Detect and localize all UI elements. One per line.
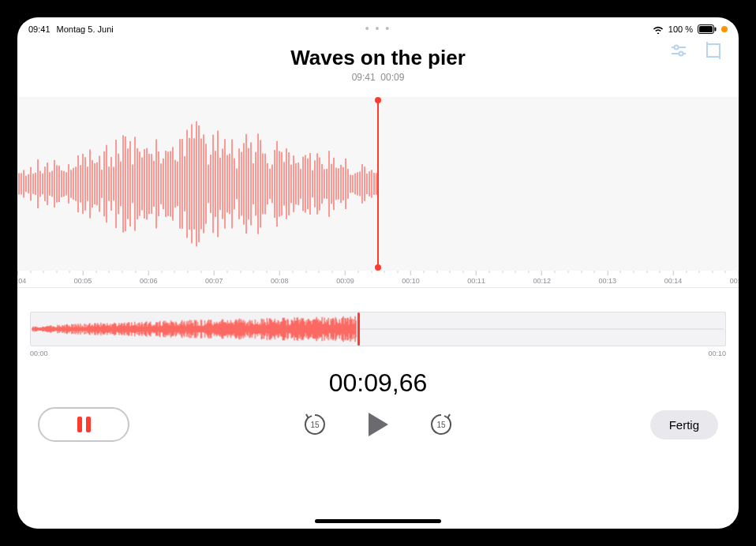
overview-end-label: 00:10 xyxy=(708,350,726,357)
time-counter: 00:09,66 xyxy=(17,368,739,398)
overview-waveform[interactable] xyxy=(30,312,726,346)
timeline-tick: 00:05 xyxy=(74,271,92,287)
timeline-tick: 00:15 xyxy=(730,271,739,287)
pause-icon xyxy=(77,417,91,432)
timeline-tick: 00:06 xyxy=(140,271,158,287)
timeline-ruler[interactable]: 00:0400:0500:0600:0700:0800:0900:1000:11… xyxy=(17,271,739,288)
svg-marker-11 xyxy=(369,413,388,436)
overview-cursor-icon[interactable] xyxy=(357,312,360,346)
svg-rect-2 xyxy=(715,28,717,32)
trim-icon[interactable] xyxy=(704,41,723,60)
pause-button[interactable] xyxy=(38,407,129,442)
status-time: 09:41 xyxy=(28,24,51,34)
timeline-tick: 00:10 xyxy=(402,271,420,287)
svg-text:15: 15 xyxy=(436,421,446,429)
svg-point-6 xyxy=(679,52,683,56)
playhead-icon[interactable] xyxy=(377,100,379,267)
timeline-tick: 00:12 xyxy=(533,271,551,287)
playback-settings-icon[interactable] xyxy=(669,41,688,60)
timeline-tick: 00:11 xyxy=(467,271,485,287)
svg-text:15: 15 xyxy=(310,421,320,429)
svg-rect-1 xyxy=(699,26,713,32)
skip-back-15-button[interactable]: 15 xyxy=(299,409,331,440)
timeline-tick: 00:13 xyxy=(599,271,617,287)
microphone-active-indicator-icon xyxy=(721,26,728,32)
overview-start-label: 00:00 xyxy=(30,350,48,357)
timeline-tick: 00:09 xyxy=(336,271,354,287)
battery-icon xyxy=(698,24,717,34)
timeline-tick: 00:08 xyxy=(271,271,289,287)
multitask-dots-icon[interactable]: • • • xyxy=(365,22,391,35)
battery-percent: 100 % xyxy=(668,24,693,34)
svg-rect-7 xyxy=(707,44,720,57)
timeline-tick: 00:04 xyxy=(17,271,26,287)
recording-subtitle: 09:41 00:09 xyxy=(17,72,739,83)
home-indicator[interactable] xyxy=(315,519,441,523)
status-date: Montag 5. Juni xyxy=(57,24,114,34)
recording-title[interactable]: Waves on the pier xyxy=(17,46,739,70)
main-waveform[interactable] xyxy=(17,97,739,271)
done-button[interactable]: Fertig xyxy=(650,410,718,439)
timeline-tick: 00:07 xyxy=(205,271,223,287)
timeline-tick: 00:14 xyxy=(664,271,683,287)
svg-point-5 xyxy=(675,46,679,50)
play-button[interactable] xyxy=(362,409,394,440)
status-bar: 09:41 Montag 5. Juni • • • 100 % xyxy=(17,17,739,38)
skip-forward-15-button[interactable]: 15 xyxy=(425,409,457,440)
wifi-icon xyxy=(653,25,664,34)
